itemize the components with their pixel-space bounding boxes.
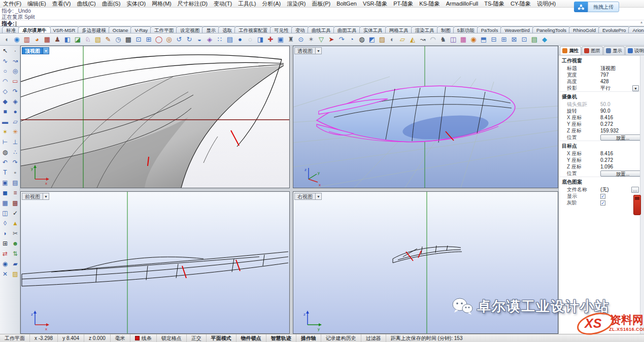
curve-boolean-icon[interactable]: ↶ (0, 157, 10, 167)
toolbar-tab[interactable]: 5新功能 (453, 26, 479, 33)
statusbar-item[interactable]: 正交 (187, 334, 207, 342)
hatch-icon[interactable]: ▨ (10, 269, 20, 279)
small-box-icon[interactable]: ◧ (62, 35, 73, 45)
cage-icon[interactable]: ⊞ (0, 238, 10, 249)
control-curve-icon[interactable]: ↝ (10, 56, 20, 66)
menu-item[interactable]: ArmadilloFull (443, 1, 482, 7)
blend-icon[interactable]: ∴ (10, 147, 20, 157)
copy-icon[interactable]: ▤ (10, 178, 20, 188)
toolbar-tab[interactable]: 显示 (202, 26, 220, 33)
chevron-down-icon[interactable]: ▼ (43, 193, 49, 200)
dimension-icon[interactable]: ▫ (10, 167, 20, 178)
delete-icon[interactable]: ✕ (0, 269, 10, 279)
dots-grid-icon[interactable]: ∷ (215, 35, 225, 45)
toolbar-tab[interactable]: 可见性 (270, 26, 293, 33)
checkbox[interactable]: ✓ (600, 194, 605, 199)
statusbar-item[interactable]: 记录建构历史 (321, 334, 361, 342)
bowl-icon[interactable]: ◒ (194, 35, 205, 45)
bucket-icon[interactable]: ⬒ (479, 35, 489, 45)
toolbar-tab[interactable]: 工作视窗配置 (234, 26, 272, 33)
move-cross-icon[interactable]: ✚ (265, 35, 276, 45)
fillet-icon[interactable]: ◍ (0, 147, 10, 157)
check-icon[interactable]: ✓ (10, 208, 20, 218)
upload-widget[interactable]: 拖拽上传 (574, 2, 619, 12)
statusbar-item[interactable]: z 0.000 (84, 334, 111, 342)
menu-item[interactable]: 渲染(R) (284, 0, 309, 8)
statusbar-item[interactable]: 过滤器 (361, 334, 386, 342)
ellipse-icon[interactable]: ◎ (10, 66, 20, 76)
hook-icon[interactable]: ↷ (336, 35, 347, 45)
toolbar-tab[interactable]: PanelingTools (532, 26, 570, 33)
toolbar-tab[interactable]: VSR-MSR (49, 26, 80, 33)
toolbar-tab[interactable]: 曲面工具 (333, 26, 361, 33)
bend-icon[interactable]: ◗ (0, 228, 10, 238)
chevron-down-icon[interactable]: ▼ (316, 47, 322, 54)
toolbar-tab[interactable]: 工作平面 (150, 26, 178, 33)
viewport-title-perspective[interactable]: 透视图 ▼ (294, 47, 322, 54)
chevron-down-icon[interactable]: ▼ (43, 47, 49, 54)
toolbar-tab[interactable]: 渲染工具 (411, 26, 438, 33)
menu-item[interactable]: 说明(H) (534, 0, 559, 8)
rectangle-icon[interactable]: ▭ (10, 76, 20, 86)
checker-map-icon[interactable]: ▦ (42, 35, 52, 45)
sphere-icon[interactable]: ● (10, 107, 20, 117)
extrude-icon[interactable]: ⊢ (0, 137, 10, 147)
statusbar-item[interactable]: 工作平面 (0, 334, 30, 342)
spiral-icon[interactable]: ◐ (387, 35, 397, 45)
solid-icon[interactable]: ◼ (0, 188, 10, 198)
toolbar-tab[interactable]: PaTools (477, 26, 502, 33)
toolbar-tab[interactable]: 实体工具 (359, 26, 387, 33)
gem-icon[interactable]: ◈ (205, 35, 215, 45)
align-y-icon[interactable]: ⇅ (10, 249, 20, 259)
statusbar-item[interactable]: 锁定格点 (157, 334, 187, 342)
toolbar-tab[interactable]: EvolutePro (598, 26, 630, 33)
toolbar-tab[interactable]: 选取 (218, 26, 236, 33)
frame-grid-icon[interactable]: ⊞ (144, 35, 154, 45)
walk-figure-icon[interactable]: ♘ (83, 35, 93, 45)
menu-item[interactable]: CY-随象 (507, 0, 534, 8)
chevron-down-icon[interactable]: ▼ (316, 193, 322, 200)
toolbar-tab[interactable]: 多边形建模 (78, 26, 110, 33)
statusbar-item[interactable]: x -3.298 (30, 334, 58, 342)
runner-icon[interactable]: ♞ (438, 35, 448, 45)
panel-tab-属性[interactable]: 属性 (560, 46, 581, 55)
statusbar-item[interactable]: 操作轴 (296, 334, 321, 342)
toolbar-tab[interactable]: 制图 (437, 26, 455, 33)
scroll-arrow-icon[interactable]: ▴ (640, 20, 642, 24)
panel-tab-显示[interactable]: 显示 (603, 46, 625, 55)
boolean-union-icon[interactable]: ✶ (0, 127, 10, 137)
sheet-icon[interactable]: ▰ (10, 259, 20, 269)
pc-icon[interactable]: ⊡ (519, 35, 529, 45)
viewport-top[interactable]: y x 顶视图 ▼ (20, 46, 290, 188)
orange-sphere-icon[interactable]: ◕ (32, 35, 42, 45)
statusbar-item[interactable]: 毫米 (111, 334, 130, 342)
menu-item[interactable]: PT-随象 (390, 0, 416, 8)
yellow-plane-icon[interactable]: ▱ (397, 35, 408, 45)
layers-color-icon[interactable]: ▤ (529, 35, 539, 45)
block-icon[interactable]: ▩ (10, 198, 20, 208)
toolbar-tab[interactable]: 设定视图 (176, 26, 204, 33)
terrain-icon[interactable]: ◪ (73, 35, 83, 45)
record-icon[interactable]: ◍ (357, 35, 367, 45)
recent-view-icon[interactable]: ◖ (2, 35, 12, 45)
menu-item[interactable]: 工具(L) (235, 0, 259, 8)
browse-button[interactable]: … (631, 187, 639, 193)
array-icon[interactable]: ≡ (10, 188, 20, 198)
menu-item[interactable]: VSR-随象 (360, 0, 390, 8)
ghost-arc-icon[interactable]: ◠ (428, 35, 438, 45)
toolbar-tab[interactable]: 卓尔谟犀牛 (18, 26, 51, 33)
statusbar-item[interactable]: 物件锁点 (236, 334, 266, 342)
camera-orbit-icon[interactable]: ◎ (164, 35, 174, 45)
render-sphere-icon[interactable]: ◉ (0, 259, 10, 269)
undo-view-icon[interactable]: ↺ (174, 35, 184, 45)
place-button[interactable]: 放置... (600, 170, 640, 177)
menu-item[interactable]: 变动(T) (211, 0, 235, 8)
half-square-icon[interactable]: ◩ (367, 35, 377, 45)
checkbox[interactable]: ✓ (600, 200, 605, 206)
globe-icon[interactable]: ◉ (12, 35, 22, 45)
menu-item[interactable]: KS-随象 (416, 0, 443, 8)
viewport-title-top[interactable]: 顶视图 ▼ (22, 47, 49, 54)
pink-checker-icon[interactable]: ▦ (458, 35, 468, 45)
viewport-title-front[interactable]: 前视图 ▼ (22, 193, 49, 200)
menu-item[interactable]: 曲面(S) (99, 0, 124, 8)
